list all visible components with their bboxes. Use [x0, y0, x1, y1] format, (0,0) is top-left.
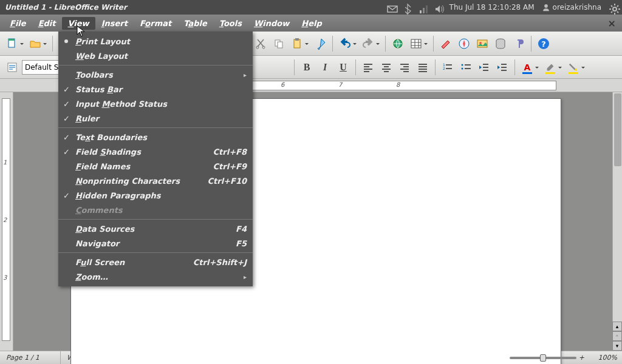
- prev-page-button[interactable]: ▴: [612, 322, 622, 331]
- align-right-button[interactable]: [396, 59, 413, 76]
- font-color-button[interactable]: A: [519, 59, 536, 76]
- svg-rect-7: [9, 39, 15, 41]
- menu-item-field-shadings[interactable]: ✓Field ShadingsCtrl+F8: [58, 144, 253, 159]
- menu-item-data-sources[interactable]: Data SourcesF4: [58, 221, 253, 236]
- menu-item-toolbars[interactable]: Toolbars▸: [58, 67, 253, 82]
- numbered-list-button[interactable]: 12: [439, 59, 456, 76]
- show-draw-button[interactable]: [437, 35, 454, 52]
- format-paintbrush-button[interactable]: [312, 35, 329, 52]
- menu-item-field-names[interactable]: Field NamesCtrl+F9: [58, 159, 253, 174]
- menu-bar: File Edit View Insert Format Table Tools…: [0, 15, 622, 32]
- table-button[interactable]: [408, 35, 425, 52]
- menu-item-status-bar[interactable]: ✓Status Bar: [58, 82, 253, 96]
- align-left-button[interactable]: [360, 59, 377, 76]
- undo-button[interactable]: [337, 35, 354, 52]
- view-menu-dropdown: Print LayoutWeb LayoutToolbars▸✓Status B…: [58, 32, 253, 286]
- help-button[interactable]: ?: [535, 35, 552, 52]
- menu-item-navigator[interactable]: NavigatorF5: [58, 236, 253, 251]
- align-center-button[interactable]: [378, 59, 395, 76]
- menu-item-ruler[interactable]: ✓Ruler: [58, 111, 253, 126]
- menu-file[interactable]: File: [4, 17, 32, 30]
- volume-tray-icon[interactable]: [434, 3, 442, 12]
- open-button[interactable]: [27, 35, 44, 52]
- scrollbar-thumb[interactable]: [614, 93, 621, 166]
- status-page[interactable]: Page 1 / 1: [0, 351, 61, 364]
- menu-item-print-layout[interactable]: Print Layout: [58, 34, 253, 49]
- user-menu[interactable]: oreizakrishna: [542, 3, 601, 12]
- gallery-button[interactable]: [474, 35, 491, 52]
- menu-item-input-method-status[interactable]: ✓Input Method Status: [58, 96, 253, 111]
- svg-point-26: [462, 67, 463, 69]
- menu-edit[interactable]: Edit: [32, 17, 62, 30]
- underline-button[interactable]: U: [335, 59, 352, 76]
- vertical-scrollbar[interactable]: ▴ ◦ ▾: [612, 92, 622, 351]
- menu-table[interactable]: Table: [177, 17, 213, 30]
- nonprinting-button[interactable]: [510, 35, 527, 52]
- svg-rect-3: [426, 5, 428, 13]
- increase-indent-button[interactable]: [494, 59, 511, 76]
- nav-target-button[interactable]: ◦: [612, 331, 622, 341]
- menu-help[interactable]: Help: [295, 17, 327, 30]
- svg-rect-2: [423, 8, 425, 13]
- bullet-list-button[interactable]: [457, 59, 474, 76]
- styles-dialog-button[interactable]: [4, 59, 21, 76]
- next-page-button[interactable]: ▾: [612, 341, 622, 351]
- bold-button[interactable]: B: [298, 59, 315, 76]
- menu-item-web-layout[interactable]: Web Layout: [58, 49, 253, 63]
- menu-item-zoom[interactable]: Zoom…▸: [58, 269, 253, 284]
- menu-window[interactable]: Window: [248, 17, 295, 30]
- cut-button[interactable]: [252, 35, 269, 52]
- document-close-button[interactable]: ×: [608, 18, 618, 29]
- os-top-bar: Untitled 1 - LibreOffice Writer Thu Jul …: [0, 0, 622, 15]
- zoom-slider[interactable]: [510, 357, 576, 359]
- svg-text:?: ?: [541, 39, 546, 49]
- menu-item-hidden-paragraphs[interactable]: ✓Hidden Paragraphs: [58, 188, 253, 203]
- align-justify-button[interactable]: [414, 59, 431, 76]
- svg-point-25: [462, 64, 463, 66]
- mail-tray-icon[interactable]: [386, 3, 395, 12]
- settings-tray-icon[interactable]: [609, 3, 617, 12]
- menu-item-text-boundaries[interactable]: ✓Text Boundaries: [58, 130, 253, 144]
- menu-item-full-screen[interactable]: Full ScreenCtrl+Shift+J: [58, 255, 253, 269]
- window-title: Untitled 1 - LibreOffice Writer: [0, 3, 386, 12]
- copy-button[interactable]: [270, 35, 287, 52]
- menu-tools[interactable]: Tools: [213, 17, 248, 30]
- menu-view[interactable]: View: [62, 17, 95, 30]
- zoom-in-icon[interactable]: +: [579, 354, 584, 362]
- zoom-value[interactable]: 100%: [587, 354, 617, 362]
- menu-item-comments: Comments: [58, 203, 253, 217]
- svg-rect-12: [294, 39, 300, 48]
- svg-rect-15: [411, 39, 421, 48]
- new-button[interactable]: [4, 35, 21, 52]
- user-icon: [542, 3, 550, 12]
- svg-rect-11: [278, 42, 282, 48]
- redo-button[interactable]: [360, 35, 377, 52]
- network-tray-icon[interactable]: [418, 3, 426, 12]
- datasources-button[interactable]: [492, 35, 509, 52]
- clock[interactable]: Thu Jul 18 12:10:28 AM: [449, 3, 535, 12]
- svg-point-4: [544, 4, 548, 8]
- menu-insert[interactable]: Insert: [95, 17, 134, 30]
- menu-item-nonprinting-characters[interactable]: Nonprinting CharactersCtrl+F10: [58, 174, 253, 188]
- menu-format[interactable]: Format: [134, 17, 177, 30]
- background-color-button[interactable]: [565, 59, 582, 76]
- decrease-indent-button[interactable]: [476, 59, 493, 76]
- paste-button[interactable]: [289, 35, 306, 52]
- bluetooth-tray-icon[interactable]: [402, 3, 411, 12]
- vertical-ruler[interactable]: 1 2 3: [0, 92, 13, 351]
- hyperlink-button[interactable]: [389, 35, 406, 52]
- svg-rect-13: [295, 38, 299, 41]
- svg-point-5: [613, 7, 617, 11]
- navigator-button[interactable]: [456, 35, 473, 52]
- italic-button[interactable]: I: [316, 59, 333, 76]
- svg-text:2: 2: [443, 66, 445, 70]
- svg-rect-1: [420, 10, 422, 13]
- highlight-button[interactable]: [542, 59, 559, 76]
